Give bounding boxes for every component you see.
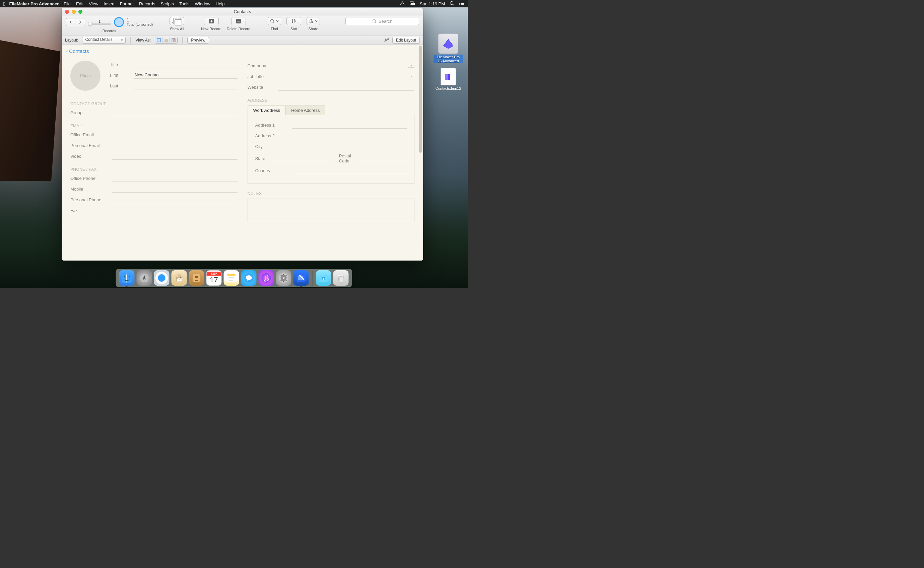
menu-bar:  FileMaker Pro Advanced File Edit View … (0, 0, 468, 8)
personal-phone-field[interactable] (112, 196, 237, 203)
menu-edit[interactable]: Edit (76, 2, 83, 6)
view-list-button[interactable] (162, 37, 170, 43)
dock-mail[interactable] (171, 270, 187, 286)
website-field[interactable] (278, 83, 415, 91)
menu-scripts[interactable]: Scripts (160, 2, 174, 6)
menu-list-icon[interactable] (459, 1, 464, 7)
record-previous-button[interactable] (66, 18, 76, 26)
quick-find-input[interactable]: Search (345, 17, 419, 25)
dock-notes[interactable] (224, 270, 239, 286)
dock-itunes[interactable] (259, 270, 274, 286)
tab-work-address[interactable]: Work Address (248, 106, 286, 115)
title-field[interactable] (134, 60, 237, 68)
first-name-field[interactable] (134, 71, 237, 79)
label-fax: Fax (70, 208, 107, 213)
office-phone-field[interactable] (112, 174, 237, 182)
dock-downloads[interactable] (316, 270, 331, 286)
delete-record-button[interactable] (231, 17, 246, 25)
svg-rect-1 (411, 3, 415, 5)
menu-tools[interactable]: Tools (179, 2, 189, 6)
edit-layout-button[interactable]: Edit Layout (392, 37, 420, 44)
menu-records[interactable]: Records (139, 2, 155, 6)
job-title-field[interactable] (278, 73, 403, 80)
apple-menu-icon[interactable]:  (3, 1, 5, 7)
mobile-field[interactable] (112, 185, 237, 193)
preview-button[interactable]: Preview (187, 37, 209, 44)
dock-divider (312, 271, 313, 286)
chevron-down-icon (315, 20, 318, 23)
view-table-button[interactable] (170, 37, 177, 43)
video-field[interactable] (112, 153, 237, 160)
svg-line-18 (375, 22, 376, 23)
menu-view[interactable]: View (89, 2, 98, 6)
fax-field[interactable] (112, 207, 237, 214)
breadcrumb-contacts[interactable]: ‹ Contacts (62, 45, 423, 57)
desktop-icon-filemaker-app[interactable]: FileMaker Pro 16 Advanced (434, 33, 463, 63)
dock-calendar[interactable]: SEP17 (206, 270, 222, 286)
notes-field[interactable] (248, 199, 415, 222)
menu-help[interactable]: Help (216, 2, 225, 6)
sort-button[interactable]: az (286, 17, 301, 25)
spotlight-icon[interactable] (450, 1, 454, 7)
menu-window[interactable]: Window (195, 2, 210, 6)
dock-system-preferences[interactable] (276, 270, 292, 286)
personal-email-field[interactable] (112, 142, 237, 149)
city-field[interactable] (292, 143, 407, 150)
layout-selector[interactable]: Contact Details (82, 37, 126, 44)
body-scrollbar[interactable] (419, 45, 422, 260)
dock-contacts[interactable] (189, 270, 204, 286)
share-button[interactable] (307, 17, 320, 25)
svg-text:z: z (294, 21, 295, 23)
new-record-button[interactable] (204, 17, 219, 25)
tab-home-address[interactable]: Home Address (286, 106, 325, 115)
photo-placeholder[interactable]: Photo (70, 60, 100, 91)
svg-point-32 (195, 276, 198, 278)
dock-safari[interactable] (154, 270, 169, 286)
title-bar[interactable]: Contacts (62, 8, 423, 15)
menu-clock[interactable]: Sun 1:19 PM (420, 2, 445, 6)
company-drop-icon[interactable]: ▾ (408, 63, 414, 68)
label-last: Last (110, 83, 129, 88)
job-title-drop-icon[interactable]: ▾ (408, 74, 414, 79)
address2-field[interactable] (292, 132, 407, 139)
find-button[interactable] (268, 17, 281, 25)
scripts-status-icon[interactable] (400, 1, 405, 7)
group-field[interactable] (112, 109, 237, 116)
dock-launchpad[interactable] (137, 270, 152, 286)
dock-trash[interactable] (333, 270, 349, 286)
record-index[interactable]: 1 (89, 20, 110, 23)
menu-file[interactable]: File (64, 2, 71, 6)
records-label: Records (103, 29, 116, 33)
address1-field[interactable] (292, 121, 407, 128)
svg-point-23 (129, 276, 130, 277)
record-pie-icon[interactable] (114, 17, 124, 27)
last-name-field[interactable] (134, 82, 237, 89)
postal-field[interactable] (356, 155, 413, 162)
menu-format[interactable]: Format (120, 2, 134, 6)
window-title: Contacts (62, 9, 423, 14)
dock-messages[interactable] (241, 270, 257, 286)
record-next-button[interactable] (76, 18, 85, 26)
record-slider[interactable] (88, 23, 111, 25)
menu-insert[interactable]: Insert (104, 2, 115, 6)
country-field[interactable] (292, 167, 407, 174)
svg-point-8 (459, 5, 460, 5)
formatting-icon[interactable]: Aa (384, 37, 389, 42)
label-video: Video (70, 154, 107, 159)
svg-point-26 (158, 274, 165, 282)
dock-finder[interactable] (119, 270, 135, 286)
app-menu[interactable]: FileMaker Pro Advanced (9, 2, 60, 6)
label-mobile: Mobile (70, 187, 107, 192)
view-form-button[interactable] (155, 37, 162, 43)
state-field[interactable] (270, 155, 328, 162)
company-field[interactable] (278, 62, 403, 69)
show-all-button[interactable] (169, 17, 184, 25)
view-as-switcher (155, 37, 178, 44)
svg-point-48 (283, 277, 285, 279)
dock-filemaker[interactable] (293, 270, 309, 286)
app-window: Contacts 1 1 Total (Unsorted) Records (62, 8, 423, 261)
office-email-field[interactable] (112, 131, 237, 138)
display-mirror-icon[interactable] (410, 1, 415, 7)
desktop-icon-contacts-file[interactable]: Contacts.fmp12 (434, 68, 463, 91)
svg-point-17 (373, 20, 375, 22)
